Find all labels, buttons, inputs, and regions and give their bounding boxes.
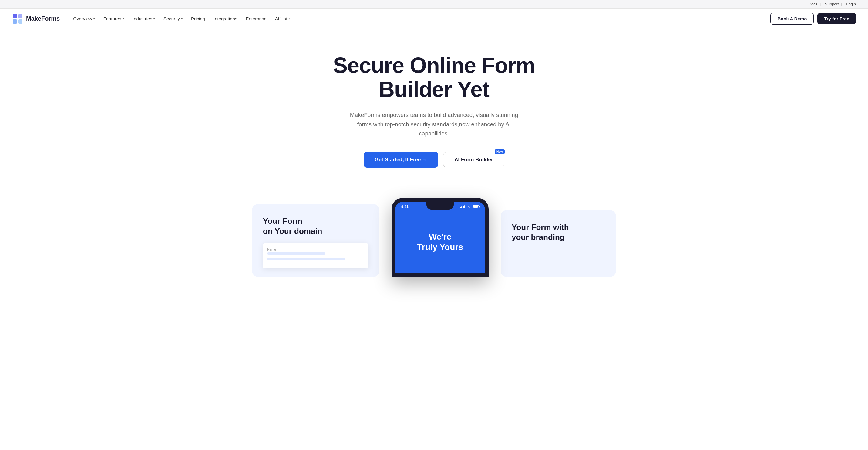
card-your-form-domain: Your Formon Your domain Name bbox=[252, 204, 379, 277]
phone-mockup-container: 9:41 ∿ We'r bbox=[392, 198, 489, 277]
nav-links: Overview ▾ Features ▾ Industries ▾ Secur… bbox=[69, 14, 770, 24]
svg-rect-0 bbox=[13, 14, 17, 18]
top-bar: Docs | Support | Login bbox=[0, 0, 868, 8]
logo-text: MakeForms bbox=[26, 15, 60, 22]
wifi-icon: ∿ bbox=[468, 205, 470, 208]
try-free-button[interactable]: Try for Free bbox=[817, 13, 856, 24]
battery-icon bbox=[473, 205, 479, 208]
nav-item-affiliate: Affiliate bbox=[272, 14, 293, 24]
nav-link-security[interactable]: Security ▾ bbox=[160, 14, 186, 24]
nav-item-enterprise: Enterprise bbox=[242, 14, 270, 24]
nav-link-features[interactable]: Features ▾ bbox=[100, 14, 128, 24]
svg-rect-1 bbox=[18, 14, 23, 18]
navbar: MakeForms Overview ▾ Features ▾ Industri… bbox=[0, 8, 868, 29]
phone-notch bbox=[426, 202, 454, 209]
mockup-field-name: Name bbox=[267, 248, 364, 255]
phone-screen: 9:41 ∿ We'r bbox=[395, 202, 485, 273]
logo-icon bbox=[12, 13, 23, 24]
hero-title: Secure Online Form Builder Yet bbox=[304, 53, 564, 102]
nav-link-industries[interactable]: Industries ▾ bbox=[129, 14, 159, 24]
chevron-down-icon: ▾ bbox=[181, 17, 183, 20]
get-started-button[interactable]: Get Started, It Free → bbox=[364, 152, 438, 168]
card-left-title: Your Formon Your domain bbox=[263, 216, 369, 237]
hero-section: Secure Online Form Builder Yet MakeForms… bbox=[298, 29, 570, 186]
logo[interactable]: MakeForms bbox=[12, 13, 60, 24]
login-link[interactable]: Login bbox=[846, 2, 856, 6]
chevron-down-icon: ▾ bbox=[123, 17, 124, 20]
hero-subtitle: MakeForms empowers teams to build advanc… bbox=[346, 111, 522, 138]
nav-link-overview[interactable]: Overview ▾ bbox=[69, 14, 99, 24]
book-demo-button[interactable]: Book A Demo bbox=[770, 13, 814, 25]
nav-item-integrations: Integrations bbox=[210, 14, 241, 24]
nav-link-enterprise[interactable]: Enterprise bbox=[242, 14, 270, 24]
signal-bars-icon bbox=[460, 205, 465, 208]
cards-section: Your Formon Your domain Name 9:41 bbox=[0, 186, 868, 277]
card-your-form-branding: Your Form withyour branding bbox=[501, 210, 616, 277]
phone-icons: ∿ bbox=[460, 205, 479, 208]
nav-link-integrations[interactable]: Integrations bbox=[210, 14, 241, 24]
hero-buttons: Get Started, It Free → New AI Form Build… bbox=[304, 152, 564, 168]
nav-link-affiliate[interactable]: Affiliate bbox=[272, 14, 293, 24]
card-right-title: Your Form withyour branding bbox=[512, 222, 605, 243]
chevron-down-icon: ▾ bbox=[93, 17, 95, 20]
nav-item-overview: Overview ▾ bbox=[69, 14, 99, 24]
nav-item-industries: Industries ▾ bbox=[129, 14, 159, 24]
phone-time: 9:41 bbox=[401, 205, 408, 209]
ai-form-builder-button[interactable]: New AI Form Builder bbox=[443, 152, 504, 167]
svg-rect-2 bbox=[13, 20, 17, 24]
phone-content-title: We'reTruly Yours bbox=[417, 232, 463, 252]
nav-item-security: Security ▾ bbox=[160, 14, 186, 24]
nav-actions: Book A Demo Try for Free bbox=[770, 13, 856, 25]
mockup-field-email bbox=[267, 258, 364, 260]
docs-link[interactable]: Docs bbox=[809, 2, 818, 6]
chevron-down-icon: ▾ bbox=[153, 17, 155, 20]
nav-item-pricing: Pricing bbox=[187, 14, 209, 24]
new-badge: New bbox=[495, 149, 505, 154]
form-mockup: Name bbox=[263, 243, 369, 268]
phone-content: We'reTruly Yours bbox=[417, 232, 463, 252]
phone-mockup: 9:41 ∿ We'r bbox=[392, 198, 489, 277]
support-link[interactable]: Support bbox=[825, 2, 839, 6]
nav-item-features: Features ▾ bbox=[100, 14, 128, 24]
nav-link-pricing[interactable]: Pricing bbox=[187, 14, 209, 24]
svg-rect-3 bbox=[18, 20, 23, 24]
